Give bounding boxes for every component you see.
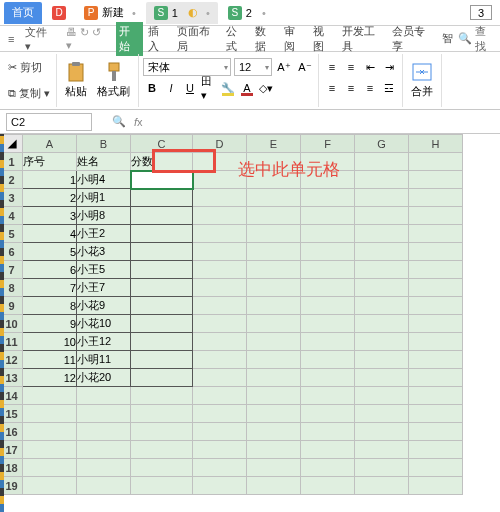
tab-docer[interactable]: D xyxy=(44,2,74,24)
cell-A3[interactable]: 2 xyxy=(23,189,77,207)
tab-home[interactable]: 首页 xyxy=(4,2,42,24)
col-header-H[interactable]: H xyxy=(409,135,463,153)
cell-D19[interactable] xyxy=(193,477,247,495)
cell-B4[interactable]: 小明8 xyxy=(77,207,131,225)
ribbon-tab-insert[interactable]: 插入 xyxy=(145,22,172,56)
cell-B13[interactable]: 小花20 xyxy=(77,369,131,387)
cell-A11[interactable]: 10 xyxy=(23,333,77,351)
cell-C14[interactable] xyxy=(131,387,193,405)
cell-G5[interactable] xyxy=(355,225,409,243)
cell-A16[interactable] xyxy=(23,423,77,441)
ribbon-tab-member[interactable]: 会员专享 xyxy=(389,22,437,56)
cell-D16[interactable] xyxy=(193,423,247,441)
align-right-button[interactable]: ≡ xyxy=(361,79,379,97)
cell-D11[interactable] xyxy=(193,333,247,351)
cell-F10[interactable] xyxy=(301,315,355,333)
cell-G9[interactable] xyxy=(355,297,409,315)
cell-H16[interactable] xyxy=(409,423,463,441)
cell-C3[interactable] xyxy=(131,189,193,207)
cell-C15[interactable] xyxy=(131,405,193,423)
cell-A7[interactable]: 6 xyxy=(23,261,77,279)
cell-E17[interactable] xyxy=(247,441,301,459)
cell-F13[interactable] xyxy=(301,369,355,387)
cell-B12[interactable]: 小明11 xyxy=(77,351,131,369)
cell-C19[interactable] xyxy=(131,477,193,495)
cell-G3[interactable] xyxy=(355,189,409,207)
border-button[interactable]: 田▾ xyxy=(200,79,218,97)
cell-F14[interactable] xyxy=(301,387,355,405)
ribbon-tab-data[interactable]: 数据 xyxy=(252,22,279,56)
format-painter-button[interactable]: 格式刷 xyxy=(93,60,134,101)
cell-B1[interactable]: 姓名 xyxy=(77,153,131,171)
highlight-button[interactable]: ◇▾ xyxy=(257,79,275,97)
cell-H18[interactable] xyxy=(409,459,463,477)
cell-F3[interactable] xyxy=(301,189,355,207)
ribbon-tab-dev[interactable]: 开发工具 xyxy=(339,22,387,56)
cell-C6[interactable] xyxy=(131,243,193,261)
cell-H13[interactable] xyxy=(409,369,463,387)
ribbon-tab-page-layout[interactable]: 页面布局 xyxy=(174,22,222,56)
tab-sheet-1[interactable]: S1◐• xyxy=(146,2,218,24)
cell-A15[interactable] xyxy=(23,405,77,423)
cell-grid[interactable]: ◢ABCDEFGH1序号姓名分数21小明432小明143小明854小王265小花… xyxy=(0,134,463,495)
cell-G15[interactable] xyxy=(355,405,409,423)
menu-qat-icons[interactable]: 🖶 ↻ ↺ ▾ xyxy=(62,24,113,54)
cell-B8[interactable]: 小王7 xyxy=(77,279,131,297)
menu-app-icon[interactable]: ≡ xyxy=(4,31,18,47)
cell-F11[interactable] xyxy=(301,333,355,351)
indent-decrease-button[interactable]: ⇤ xyxy=(361,58,379,76)
cell-B15[interactable] xyxy=(77,405,131,423)
cell-D10[interactable] xyxy=(193,315,247,333)
cell-D3[interactable] xyxy=(193,189,247,207)
cell-A13[interactable]: 12 xyxy=(23,369,77,387)
cell-C1[interactable]: 分数 xyxy=(131,153,193,171)
cell-C10[interactable] xyxy=(131,315,193,333)
cell-C13[interactable] xyxy=(131,369,193,387)
cell-H19[interactable] xyxy=(409,477,463,495)
cell-A10[interactable]: 9 xyxy=(23,315,77,333)
cell-C8[interactable] xyxy=(131,279,193,297)
cell-A5[interactable]: 4 xyxy=(23,225,77,243)
merge-button[interactable]: 合并 xyxy=(407,60,437,101)
cell-E9[interactable] xyxy=(247,297,301,315)
ribbon-tab-view[interactable]: 视图 xyxy=(310,22,337,56)
copy-button[interactable]: ⧉复制 ▾ xyxy=(6,85,52,102)
cell-A14[interactable] xyxy=(23,387,77,405)
align-top-button[interactable]: ≡ xyxy=(323,58,341,76)
increase-font-button[interactable]: A⁺ xyxy=(275,58,293,76)
cell-D14[interactable] xyxy=(193,387,247,405)
cell-E14[interactable] xyxy=(247,387,301,405)
fx-search-icon[interactable]: 🔍 xyxy=(112,115,126,128)
cell-D9[interactable] xyxy=(193,297,247,315)
cell-G8[interactable] xyxy=(355,279,409,297)
col-header-A[interactable]: A xyxy=(23,135,77,153)
font-family-select[interactable]: 宋体 xyxy=(143,58,231,76)
cell-C12[interactable] xyxy=(131,351,193,369)
cell-A8[interactable]: 7 xyxy=(23,279,77,297)
cell-B5[interactable]: 小王2 xyxy=(77,225,131,243)
wrap-text-button[interactable]: ☲ xyxy=(380,79,398,97)
cell-F16[interactable] xyxy=(301,423,355,441)
cell-A12[interactable]: 11 xyxy=(23,351,77,369)
cell-C11[interactable] xyxy=(131,333,193,351)
cell-H8[interactable] xyxy=(409,279,463,297)
cell-E19[interactable] xyxy=(247,477,301,495)
col-header-B[interactable]: B xyxy=(77,135,131,153)
cell-A17[interactable] xyxy=(23,441,77,459)
cell-E5[interactable] xyxy=(247,225,301,243)
cell-E15[interactable] xyxy=(247,405,301,423)
cell-F18[interactable] xyxy=(301,459,355,477)
align-center-button[interactable]: ≡ xyxy=(342,79,360,97)
cell-A18[interactable] xyxy=(23,459,77,477)
cell-B17[interactable] xyxy=(77,441,131,459)
cell-C4[interactable] xyxy=(131,207,193,225)
cell-B18[interactable] xyxy=(77,459,131,477)
cell-D12[interactable] xyxy=(193,351,247,369)
cell-A9[interactable]: 8 xyxy=(23,297,77,315)
cell-G19[interactable] xyxy=(355,477,409,495)
align-left-button[interactable]: ≡ xyxy=(323,79,341,97)
cell-E7[interactable] xyxy=(247,261,301,279)
cut-button[interactable]: ✂剪切 xyxy=(6,59,52,76)
cell-H2[interactable] xyxy=(409,171,463,189)
cell-G17[interactable] xyxy=(355,441,409,459)
